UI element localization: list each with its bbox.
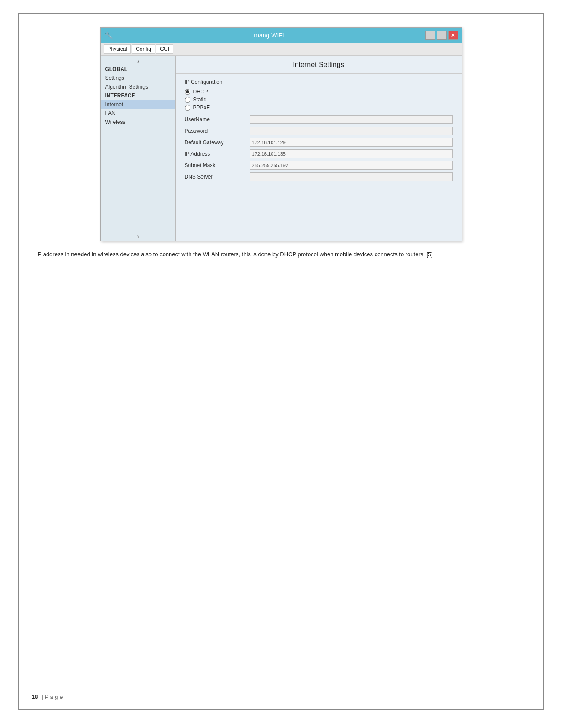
close-button[interactable]: ✕ [448, 31, 458, 40]
scroll-up-indicator: ∧ [101, 58, 175, 65]
main-panel: Internet Settings IP Configuration DHCP … [176, 56, 462, 241]
radio-dhcp[interactable]: DHCP [185, 89, 453, 95]
page-container: 🔧 mang WIFI – □ ✕ Physical Config GUI ∧ … [18, 13, 544, 710]
password-input[interactable] [250, 127, 453, 135]
gateway-input[interactable] [250, 138, 453, 147]
tab-config[interactable]: Config [132, 44, 155, 54]
sidebar: ∧ GLOBAL Settings Algorithm Settings INT… [101, 56, 176, 241]
app-icon: 🔧 [104, 31, 113, 40]
radio-static-label: Static [193, 97, 206, 103]
panel-title: Internet Settings [176, 56, 462, 74]
subnet-input[interactable] [250, 161, 453, 170]
sidebar-item-interface[interactable]: INTERFACE [101, 91, 175, 100]
page-number: 18 [32, 694, 38, 700]
dns-label: DNS Server [185, 174, 246, 180]
field-row-username: UserName [185, 115, 453, 124]
ip-radio-group: DHCP Static PPPoE [185, 89, 453, 111]
title-bar: 🔧 mang WIFI – □ ✕ [101, 28, 462, 43]
scroll-down-indicator: ∨ [101, 234, 175, 239]
panel-content: IP Configuration DHCP Static [176, 74, 462, 189]
sidebar-item-global[interactable]: GLOBAL [101, 65, 175, 74]
content-area: ∧ GLOBAL Settings Algorithm Settings INT… [101, 56, 462, 241]
page-label: | P a g e [41, 694, 63, 700]
radio-dhcp-circle[interactable] [185, 89, 190, 95]
sidebar-item-settings[interactable]: Settings [101, 74, 175, 82]
tab-physical[interactable]: Physical [104, 44, 131, 54]
radio-pppoe-label: PPPoE [193, 105, 210, 111]
radio-static[interactable]: Static [185, 97, 453, 103]
radio-static-circle[interactable] [185, 97, 190, 103]
field-row-password: Password [185, 127, 453, 135]
radio-pppoe-circle[interactable] [185, 105, 190, 111]
radio-pppoe[interactable]: PPPoE [185, 105, 453, 111]
field-row-subnet: Subnet Mask [185, 161, 453, 170]
field-row-ip: IP Address [185, 149, 453, 158]
field-row-dns: DNS Server [185, 172, 453, 181]
dns-input[interactable] [250, 172, 453, 181]
subnet-label: Subnet Mask [185, 162, 246, 168]
sidebar-item-internet[interactable]: Internet [101, 100, 175, 109]
menu-bar: Physical Config GUI [101, 43, 462, 56]
minimize-button[interactable]: – [425, 31, 435, 40]
ip-config-label: IP Configuration [185, 79, 453, 85]
ip-input[interactable] [250, 149, 453, 158]
sidebar-item-wireless[interactable]: Wireless [101, 118, 175, 127]
username-input[interactable] [250, 115, 453, 124]
title-bar-left: 🔧 [104, 31, 113, 40]
password-label: Password [185, 128, 246, 134]
ip-label: IP Address [185, 151, 246, 157]
window-title: mang WIFI [113, 32, 425, 39]
maximize-button[interactable]: □ [437, 31, 447, 40]
page-footer: 18 | P a g e [32, 689, 530, 700]
body-text: IP address in needed in wireless devices… [36, 250, 526, 259]
sidebar-item-algorithm-settings[interactable]: Algorithm Settings [101, 82, 175, 91]
radio-dhcp-label: DHCP [193, 89, 208, 95]
app-window: 🔧 mang WIFI – □ ✕ Physical Config GUI ∧ … [100, 27, 462, 241]
username-label: UserName [185, 116, 246, 123]
window-controls: – □ ✕ [425, 31, 458, 40]
field-row-gateway: Default Gateway [185, 138, 453, 147]
gateway-label: Default Gateway [185, 139, 246, 146]
body-paragraph: IP address in needed in wireless devices… [36, 250, 526, 259]
sidebar-item-lan[interactable]: LAN [101, 109, 175, 118]
tab-gui[interactable]: GUI [156, 44, 173, 54]
